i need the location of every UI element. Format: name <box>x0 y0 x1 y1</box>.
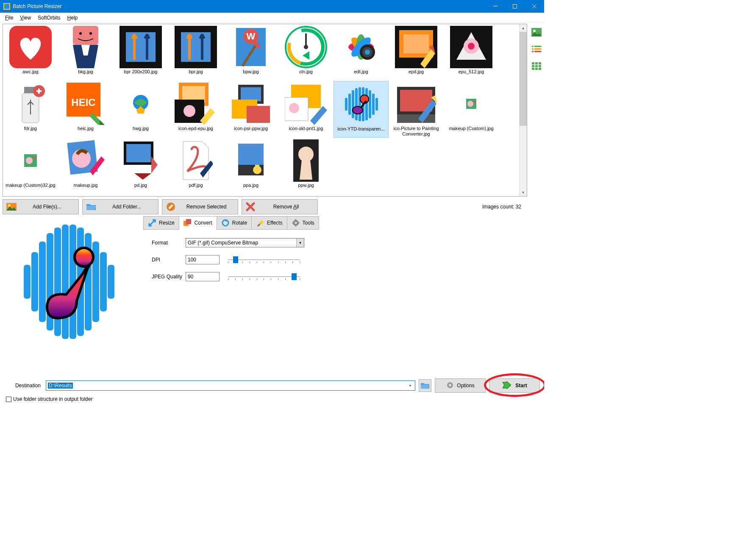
menu-view[interactable]: View <box>17 14 34 22</box>
browse-destination-button[interactable] <box>419 379 431 392</box>
thumbnail-image <box>340 26 382 68</box>
tab-effects[interactable]: Effects <box>251 216 287 230</box>
minimize-button[interactable] <box>486 0 505 13</box>
thumbnail-item[interactable]: awc.jpg <box>3 24 58 81</box>
thumbnail-item[interactable]: makeup (Custom)32.jpg <box>3 138 58 194</box>
svg-rect-94 <box>100 252 107 311</box>
thumbnail-item[interactable]: fdr.jpg <box>3 81 58 138</box>
options-button[interactable]: Options <box>435 378 486 393</box>
format-label: Format <box>152 240 186 246</box>
thumbnail-gallery[interactable]: awc.jpgbkg.jpgbpr 200x200.jpgbpr.jpgWbpw… <box>3 24 527 197</box>
dpi-slider[interactable] <box>228 255 300 264</box>
thumbnail-item[interactable]: icon-YTD-transparen... <box>334 81 389 138</box>
thumbnail-item[interactable]: epu_512.jpg <box>444 24 499 81</box>
gallery-scrollbar[interactable]: ▲ ▼ <box>519 24 527 196</box>
view-details-button[interactable] <box>531 61 542 71</box>
svg-rect-2 <box>493 6 498 6</box>
destination-dropdown-icon[interactable]: ▼ <box>406 382 414 389</box>
jpeg-quality-slider[interactable] <box>228 272 300 281</box>
thumbnail-item[interactable]: ppa.jpg <box>223 138 278 194</box>
thumbnail-item[interactable]: bpr.jpg <box>168 24 223 81</box>
thumbnail-image <box>395 83 437 125</box>
remove-icon <box>166 202 176 212</box>
thumbnail-image <box>175 26 217 68</box>
svg-rect-36 <box>38 89 40 94</box>
thumbnail-item[interactable]: pdf.jpg <box>168 138 223 194</box>
thumbnail-item[interactable]: ppw.jpg <box>278 138 334 194</box>
convert-icon <box>183 219 192 227</box>
view-thumbnails-button[interactable] <box>531 27 542 37</box>
scroll-thumb[interactable] <box>520 32 527 126</box>
close-button[interactable] <box>525 0 544 13</box>
svg-point-7 <box>89 32 92 35</box>
thumbnail-label: ppw.jpg <box>298 183 314 188</box>
thumbnail-label: icon-skt-pnt1.jpg <box>289 126 323 131</box>
thumbnail-image: W <box>230 26 272 68</box>
thumbnail-item[interactable]: ico-Picture to Painting Converter.jpg <box>389 81 444 138</box>
thumbnail-image <box>120 139 162 182</box>
svg-rect-113 <box>534 51 541 52</box>
menu-softorbits[interactable]: SoftOrbits <box>34 14 64 22</box>
maximize-button[interactable] <box>505 0 525 13</box>
svg-rect-120 <box>532 68 534 70</box>
dropdown-icon[interactable]: ▼ <box>296 239 304 247</box>
destination-input[interactable]: D:\Results ▼ <box>46 380 415 391</box>
menu-file[interactable]: File <box>2 14 17 22</box>
thumbnail-item[interactable]: icon-skt-pnt1.jpg <box>278 81 334 138</box>
add-folder-label: Add Folder... <box>99 204 155 210</box>
scroll-down-button[interactable]: ▼ <box>520 189 527 196</box>
use-folder-structure-checkbox[interactable] <box>6 397 11 402</box>
tab-tools[interactable]: Tools <box>287 216 319 230</box>
thumbnail-label: hwg.jpg <box>133 126 149 131</box>
thumbnail-label: cln.jpg <box>299 69 313 75</box>
thumbnail-item[interactable]: Wbpw.jpg <box>223 24 278 81</box>
thumbnail-image <box>120 83 162 125</box>
thumbnail-item[interactable]: icon-epd-epu.jpg <box>168 81 223 138</box>
remove-selected-button[interactable]: Remove Selected <box>162 199 238 214</box>
remove-all-button[interactable]: Remove All <box>242 199 318 214</box>
thumbnail-image <box>395 26 437 68</box>
svg-point-25 <box>365 50 370 55</box>
dpi-input[interactable]: 100 <box>186 255 220 264</box>
tab-rotate[interactable]: Rotate <box>217 216 252 230</box>
format-select[interactable]: GIF (*.gif) CompuServe Bitmap ▼ <box>186 238 304 247</box>
thumbnail-item[interactable]: icon-psr-ppw.jpg <box>223 81 278 138</box>
thumbnail-label: icon-psr-ppw.jpg <box>234 126 268 131</box>
thumbnail-item[interactable]: hwg.jpg <box>113 81 168 138</box>
dpi-slider-thumb[interactable] <box>233 256 238 263</box>
thumbnail-item[interactable]: bkg.jpg <box>58 24 113 81</box>
thumbnail-item[interactable]: edt.jpg <box>334 24 389 81</box>
thumbnail-label: bpw.jpg <box>243 69 258 75</box>
svg-point-43 <box>183 105 195 117</box>
view-list-button[interactable] <box>531 44 542 54</box>
images-count-label: Images count: 32 <box>482 204 521 210</box>
svg-point-101 <box>295 222 297 224</box>
add-folder-button[interactable]: Add Folder... <box>82 199 158 214</box>
start-label: Start <box>515 383 527 389</box>
thumbnail-item[interactable]: makeup.jpg <box>58 138 113 194</box>
scroll-up-button[interactable]: ▲ <box>520 24 527 32</box>
thumbnail-item[interactable]: pd.jpg <box>113 138 168 194</box>
thumbnail-image <box>340 83 382 125</box>
thumbnail-image <box>64 139 107 182</box>
tab-resize[interactable]: Resize <box>143 216 179 230</box>
add-files-button[interactable]: Add File(s)... <box>3 199 79 214</box>
thumbnail-image <box>64 26 107 68</box>
tools-icon <box>292 219 300 227</box>
svg-rect-51 <box>345 98 347 111</box>
svg-rect-57 <box>365 88 368 120</box>
svg-rect-73 <box>126 144 151 162</box>
thumbnail-item[interactable]: HEICheic.jpg <box>58 81 113 138</box>
start-button[interactable]: Start <box>489 378 540 393</box>
tab-convert[interactable]: Convert <box>179 216 217 230</box>
svg-rect-115 <box>535 62 538 64</box>
thumbnail-label: makeup (Custom).jpg <box>449 126 493 131</box>
jpeg-slider-thumb[interactable] <box>292 273 297 280</box>
thumbnail-item[interactable]: epd.jpg <box>389 24 444 81</box>
menu-help[interactable]: Help <box>64 14 81 22</box>
thumbnail-item[interactable]: bpr 200x200.jpg <box>113 24 168 81</box>
thumbnail-label: bpr 200x200.jpg <box>124 69 158 75</box>
jpeg-quality-input[interactable]: 90 <box>186 272 220 281</box>
thumbnail-item[interactable]: cln.jpg <box>278 24 334 81</box>
thumbnail-item[interactable]: makeup (Custom).jpg <box>444 81 499 138</box>
